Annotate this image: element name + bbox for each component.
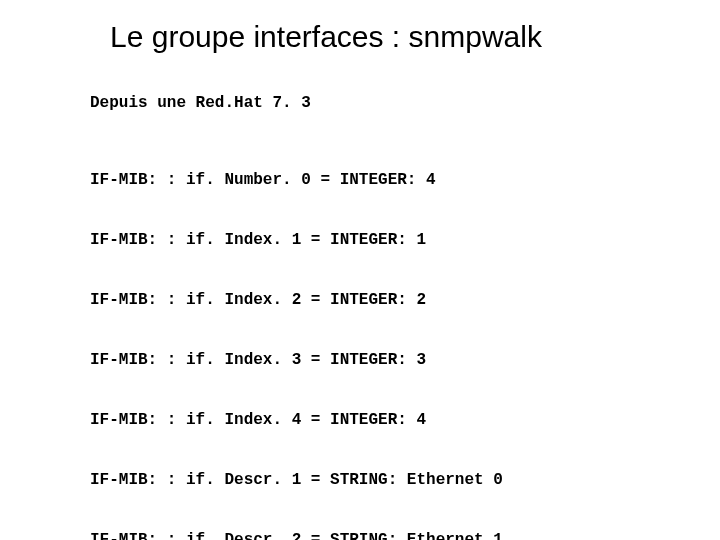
slide-content: Depuis une Red.Hat 7. 3 IF-MIB: : if. Nu… bbox=[90, 94, 720, 540]
output-line: IF-MIB: : if. Descr. 2 = STRING: Etherne… bbox=[90, 530, 720, 540]
output-line: IF-MIB: : if. Index. 3 = INTEGER: 3 bbox=[90, 350, 720, 370]
output-line: IF-MIB: : if. Descr. 1 = STRING: Etherne… bbox=[90, 470, 720, 490]
output-line: IF-MIB: : if. Index. 1 = INTEGER: 1 bbox=[90, 230, 720, 250]
slide: Le groupe interfaces : snmpwalk Depuis u… bbox=[0, 0, 720, 540]
output-line: IF-MIB: : if. Index. 2 = INTEGER: 2 bbox=[90, 290, 720, 310]
snmpwalk-output: IF-MIB: : if. Number. 0 = INTEGER: 4 IF-… bbox=[90, 130, 720, 540]
output-line: IF-MIB: : if. Index. 4 = INTEGER: 4 bbox=[90, 410, 720, 430]
slide-title: Le groupe interfaces : snmpwalk bbox=[110, 20, 720, 54]
output-line: IF-MIB: : if. Number. 0 = INTEGER: 4 bbox=[90, 170, 720, 190]
content-subtitle: Depuis une Red.Hat 7. 3 bbox=[90, 94, 720, 112]
